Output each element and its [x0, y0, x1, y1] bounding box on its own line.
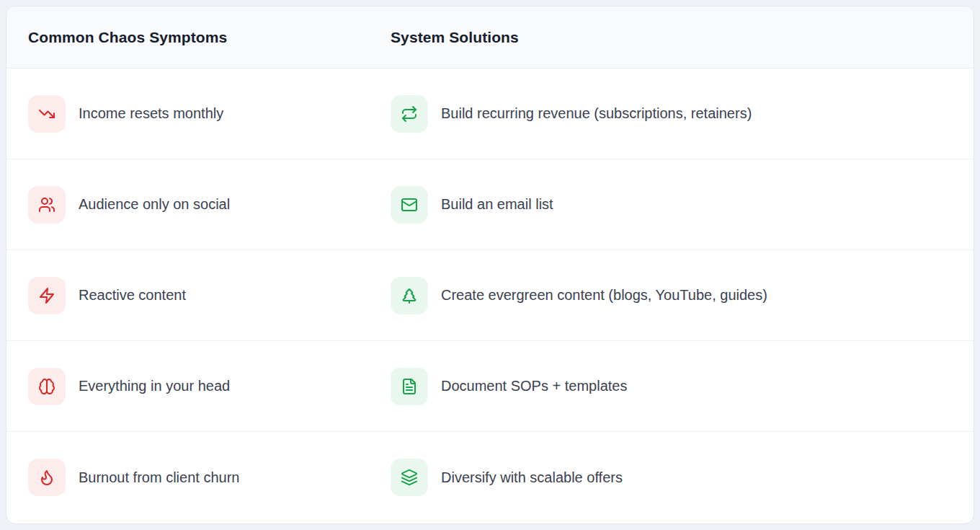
document-icon	[391, 368, 428, 405]
table-header-row: Common Chaos Symptoms System Solutions	[6, 6, 974, 69]
symptom-cell: Audience only on social	[28, 186, 391, 224]
solution-label: Create evergreen content (blogs, YouTube…	[441, 287, 767, 304]
solution-cell: Create evergreen content (blogs, YouTube…	[391, 277, 952, 314]
trending-down-icon	[28, 95, 66, 133]
brain-icon	[28, 368, 66, 405]
symptom-label: Audience only on social	[79, 196, 230, 213]
symptom-cell: Everything in your head	[28, 368, 391, 405]
solution-label: Diversify with scalable offers	[441, 469, 623, 486]
symptom-label: Everything in your head	[79, 378, 230, 394]
comparison-table-card: Common Chaos Symptoms System Solutions I…	[6, 6, 974, 524]
users-icon	[28, 186, 66, 224]
column-header-symptoms: Common Chaos Symptoms	[28, 29, 391, 46]
table-row: Everything in your head Document SOPs + …	[6, 341, 974, 432]
solution-cell: Diversify with scalable offers	[391, 459, 952, 496]
symptom-label: Income resets monthly	[79, 105, 223, 122]
symptom-cell: Burnout from client churn	[28, 459, 391, 496]
symptom-cell: Income resets monthly	[28, 95, 391, 133]
solution-cell: Build an email list	[391, 186, 952, 224]
symptom-cell: Reactive content	[28, 277, 391, 314]
solution-label: Build recurring revenue (subscriptions, …	[441, 105, 752, 122]
layers-icon	[391, 459, 428, 496]
column-header-solutions: System Solutions	[391, 29, 952, 46]
flame-icon	[28, 459, 66, 496]
table-row: Income resets monthly Build recurring re…	[6, 69, 974, 159]
solution-cell: Build recurring revenue (subscriptions, …	[391, 95, 952, 133]
solution-label: Build an email list	[441, 196, 553, 213]
solution-cell: Document SOPs + templates	[391, 368, 952, 405]
evergreen-tree-icon	[391, 277, 428, 314]
solution-label: Document SOPs + templates	[441, 378, 627, 394]
mail-icon	[391, 186, 428, 224]
table-row: Audience only on social Build an email l…	[6, 159, 974, 250]
repeat-icon	[391, 95, 428, 133]
table-row: Burnout from client churn Diversify with…	[6, 432, 974, 523]
table-row: Reactive content Create evergreen conten…	[6, 250, 974, 341]
symptom-label: Burnout from client churn	[79, 469, 239, 486]
symptom-label: Reactive content	[79, 287, 186, 304]
lightning-icon	[28, 277, 66, 314]
